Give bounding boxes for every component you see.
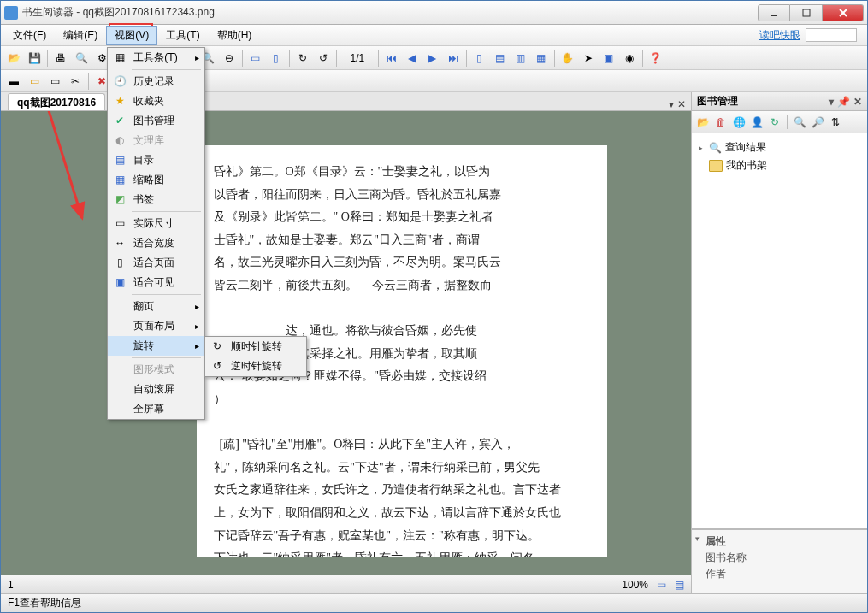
check-icon: ✔ xyxy=(113,114,127,127)
toolbar-separator xyxy=(378,50,379,67)
menubar-search-field[interactable] xyxy=(806,28,857,42)
clip-button[interactable]: ✂ xyxy=(66,72,85,91)
select-tool-button[interactable]: ▣ xyxy=(599,49,618,68)
view-fit-page[interactable]: ▯适合页面 xyxy=(108,253,204,273)
view-catalog[interactable]: ▤目录 xyxy=(108,150,204,170)
side-refresh-button[interactable]: ↻ xyxy=(767,115,782,130)
folder-icon: 📂 xyxy=(8,52,21,64)
document-tab[interactable]: qq截图20170816 xyxy=(8,93,105,110)
fit-page-button[interactable]: ▯ xyxy=(267,49,286,68)
document-canvas[interactable]: 昏礼》第二。O郑《目录》云："士娶妻之礼，以昏为 以昏者，阳往而阴来，日入三商为… xyxy=(1,111,691,575)
side-delete-button[interactable]: 🗑 xyxy=(713,115,729,130)
print-button[interactable]: 🖶 xyxy=(51,49,70,68)
prev-page-button[interactable]: ◀ xyxy=(403,49,422,68)
close-button[interactable] xyxy=(823,4,864,21)
continuous-button[interactable]: ▤ xyxy=(491,49,510,68)
view-rotate[interactable]: 旋转▸ ↻顺时针旋转 ↺逆时针旋转 xyxy=(108,336,204,356)
rotate-cw[interactable]: ↻顺时针旋转 xyxy=(205,337,306,357)
view-book-mgmt[interactable]: ✔图书管理 xyxy=(108,111,204,131)
submenu-arrow-icon: ▸ xyxy=(195,321,199,331)
view-text-lib[interactable]: ◐文理库 xyxy=(108,131,204,150)
view-fit-width[interactable]: ↔适合宽度 xyxy=(108,233,204,253)
pointer-tool-button[interactable]: ➤ xyxy=(579,49,598,68)
view-fullscreen[interactable]: 全屏幕 xyxy=(108,399,204,419)
side-filter-button[interactable]: 🔎 xyxy=(810,115,825,130)
side-open-button[interactable]: 📂 xyxy=(695,115,711,130)
view-bookmark[interactable]: ◩书签 xyxy=(108,190,204,209)
view-thumbnail[interactable]: ▦缩略图 xyxy=(108,170,204,190)
first-page-button[interactable]: ⏮ xyxy=(382,49,401,68)
tab-close-icon[interactable]: ✕ xyxy=(677,98,686,110)
tree-item-my-shelf[interactable]: 我的书架 xyxy=(697,156,862,174)
tree-item-search-result[interactable]: ▸ 🔍 查询结果 xyxy=(697,139,862,156)
collapse-icon[interactable]: ▾ xyxy=(695,534,700,543)
view-auto-scroll[interactable]: 自动滚屏 xyxy=(108,380,204,399)
single-page-button[interactable]: ▯ xyxy=(470,49,489,68)
status-layout-icon[interactable]: ▤ xyxy=(675,579,684,591)
view-toolbar[interactable]: ▦工具条(T)▸ xyxy=(108,48,204,68)
help-button[interactable]: ❓ xyxy=(647,49,665,68)
last-page-button[interactable]: ⏭ xyxy=(444,49,463,68)
menu-help[interactable]: 帮助(H) xyxy=(209,26,261,45)
view-page-turn[interactable]: 翻页▸ xyxy=(108,297,204,316)
highlight-button[interactable]: ▭ xyxy=(45,72,64,91)
rotate-ccw[interactable]: ↺逆时针旋转 xyxy=(205,357,306,376)
next-page-button[interactable]: ▶ xyxy=(423,49,442,68)
rotate-cw-icon: ↻ xyxy=(298,52,307,64)
minimize-button[interactable] xyxy=(758,4,790,21)
camera-icon: ◉ xyxy=(625,52,634,64)
window-controls xyxy=(758,4,864,21)
highlight-icon: ▭ xyxy=(50,75,60,87)
book-view-button[interactable]: ▦ xyxy=(532,49,551,68)
search-icon: 🔍 xyxy=(709,142,722,154)
view-fit-visible[interactable]: ▣适合可见 xyxy=(108,273,204,292)
open-button[interactable]: 📂 xyxy=(4,49,23,68)
snapshot-button[interactable]: ◉ xyxy=(620,49,639,68)
folder-icon xyxy=(709,160,723,172)
menu-file[interactable]: 文件(F) xyxy=(4,26,55,45)
facing-icon: ▥ xyxy=(516,52,525,64)
view-image-mode[interactable]: 图形模式 xyxy=(108,360,204,380)
view-page-layout[interactable]: 页面布局▸ xyxy=(108,316,204,336)
menu-tool[interactable]: 工具(T) xyxy=(157,26,208,45)
fit-width-button[interactable]: ▭ xyxy=(246,49,265,68)
expand-icon[interactable]: ▸ xyxy=(699,144,703,152)
panel-pin-icon[interactable]: 📌 xyxy=(837,96,850,108)
menu-edit[interactable]: 编辑(E) xyxy=(55,26,106,45)
star-icon: ★ xyxy=(113,94,127,108)
tabstrip: qq截图20170816 ▾ ✕ xyxy=(1,92,691,111)
quick-link[interactable]: 读吧快眼 xyxy=(759,28,800,43)
side-user-button[interactable]: 👤 xyxy=(749,115,765,130)
rotate-ccw-button[interactable]: ↺ xyxy=(314,49,333,68)
tree-label: 我的书架 xyxy=(726,158,767,173)
toolbar-separator xyxy=(47,50,48,67)
zoom-out-button[interactable]: ⊖ xyxy=(220,49,239,68)
zoom-out-icon: ⊖ xyxy=(225,52,233,64)
view-favorites[interactable]: ★收藏夹 xyxy=(108,91,204,111)
view-actual-size[interactable]: ▭实际尺寸 xyxy=(108,214,204,233)
note-button[interactable]: ▭ xyxy=(25,72,44,91)
side-search-button[interactable]: 🔍 xyxy=(792,115,807,130)
side-online-button[interactable]: 🌐 xyxy=(731,115,747,130)
maximize-button[interactable] xyxy=(790,4,823,21)
search-button[interactable]: 🔍 xyxy=(72,49,91,68)
marker-button[interactable]: ▬ xyxy=(4,72,23,91)
panel-close-icon[interactable]: ✕ xyxy=(853,96,862,108)
filter-icon: 🔎 xyxy=(812,116,824,128)
properties-panel: ▾属性 图书名称 作者 xyxy=(692,529,867,593)
view-history[interactable]: 🕘历史记录 xyxy=(108,72,204,91)
hand-tool-button[interactable]: ✋ xyxy=(558,49,577,68)
toolbar-separator xyxy=(289,50,290,67)
side-sort-button[interactable]: ⇅ xyxy=(828,115,843,130)
menu-view[interactable]: 视图(V) ▦工具条(T)▸ 🕘历史记录 ★收藏夹 ✔图书管理 ◐文理库 ▤目录… xyxy=(106,26,157,45)
fit-width-icon: ▭ xyxy=(251,52,260,64)
facing-button[interactable]: ▥ xyxy=(511,49,530,68)
status-view-icon[interactable]: ▭ xyxy=(657,579,666,591)
panel-menu-icon[interactable]: ▾ xyxy=(829,96,834,108)
rotate-cw-button[interactable]: ↻ xyxy=(293,49,312,68)
help-icon: ❓ xyxy=(649,52,662,64)
save-button[interactable]: 💾 xyxy=(25,49,44,68)
fit-page-icon: ▯ xyxy=(113,256,127,269)
next-page-icon: ▶ xyxy=(428,52,436,64)
tab-menu-icon[interactable]: ▾ xyxy=(669,98,674,110)
